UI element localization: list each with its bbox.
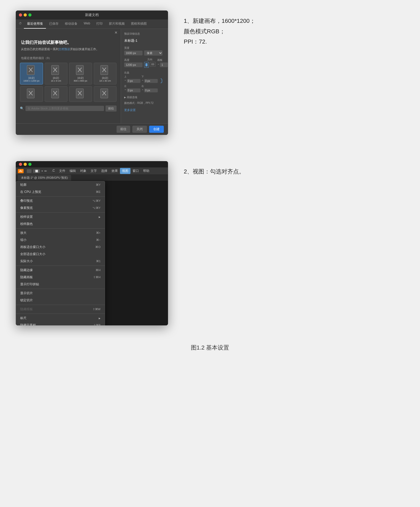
menu-fit-artboard[interactable]: 画板适合窗口大小 ⌘O (16, 244, 105, 251)
menu-type[interactable]: 文字 (88, 168, 99, 174)
menu-proof-setup[interactable]: 校样设置 (16, 213, 105, 220)
window-controls (19, 13, 32, 17)
bleed-left-input[interactable] (127, 88, 140, 92)
dialog-left-panel: ✕ 让我们开始尝试新事物吧。 从您自己的文档设置或一系列文档预设开始以快速开始工… (16, 29, 121, 123)
menu-zoom-in[interactable]: 放大 ⌘+ (16, 229, 105, 236)
ai-pen-icon[interactable]: ✏ (44, 169, 47, 173)
grid-item-2[interactable]: [自定] 800 x 800 px (69, 63, 92, 85)
menu-object[interactable]: 对象 (78, 168, 88, 174)
artboard-label: 画板 (157, 58, 168, 62)
bleed-right-input[interactable] (144, 88, 158, 92)
menu-outline[interactable]: 轮廓 ⌘Y (16, 181, 105, 188)
menu-file-2[interactable]: 文件 (57, 168, 67, 174)
menu-cpu-preview[interactable]: 在 CPU 上预览 ⌘E (16, 188, 105, 196)
bleed-top-group: 上 ⌃ (124, 75, 140, 83)
menu-hide-bounding[interactable]: 隐藏定界框 ⇧⌘B (16, 322, 105, 325)
menu-rulers[interactable]: 标尺 (16, 315, 105, 322)
bleed-top-label: 上 (124, 75, 140, 78)
bleed-bottom-label: 下 (141, 75, 158, 78)
menu-view[interactable]: 视图 (120, 168, 130, 174)
bleed-top-stepper[interactable]: ⌃ (124, 80, 126, 82)
document-tab[interactable]: 未标题-1* @ 150% (RGB/GPU 预览) (18, 175, 71, 181)
tab-web[interactable]: Web (81, 19, 93, 29)
welcome-text: 从您自己的文档设置或一系列文档预设开始以快速开始工作。 (21, 47, 116, 51)
tab-recent[interactable]: 最近使用项 (24, 19, 46, 29)
close-dot[interactable] (19, 13, 22, 17)
bleed-label: 出血 (124, 71, 165, 75)
tab-art[interactable]: 图框和插图 (128, 19, 150, 29)
more-settings-link[interactable]: 更多设置 (124, 108, 165, 112)
menu-pixel-preview[interactable]: 像素预览 ⌥⌘Y (16, 204, 105, 212)
search-input[interactable] (25, 106, 104, 111)
menu-lock-slices[interactable]: 锁定切片 (16, 297, 105, 304)
height-input[interactable] (124, 62, 143, 67)
menu-show-print-tiling[interactable]: 显示打印拼贴 (16, 281, 105, 288)
bleed-left-stepper[interactable]: ⌃ (124, 89, 126, 92)
ai-toolbar-icon-2[interactable]: ⬜ (33, 169, 40, 173)
back-btn[interactable]: 前往 (117, 126, 130, 133)
grid-item-0[interactable]: [自定] 1600 x 1200 px (20, 63, 43, 85)
menu-effect[interactable]: 效果 (109, 168, 120, 174)
view-dropdown-menu: 轮廓 ⌘Y 在 CPU 上预览 ⌘E 叠印预览 ⌥⌘Y 像素预览 ⌥⌘Y (16, 181, 105, 325)
menu-zoom-out[interactable]: 缩小 ⌘− (16, 236, 105, 244)
menu-overprint[interactable]: 叠印预览 ⌥⌘Y (16, 197, 105, 204)
create-button[interactable]: 创建 (149, 126, 164, 133)
grid-item-4[interactable] (20, 86, 43, 102)
bleed-link-icon[interactable] (159, 75, 162, 83)
bleed-top-input[interactable] (127, 79, 140, 83)
grid-item-7[interactable] (94, 86, 117, 102)
menu-hide-artboard[interactable]: 隐藏画板 ⇧⌘H (16, 274, 105, 281)
minimize-dot[interactable] (24, 13, 27, 17)
file-icon-7 (100, 88, 110, 99)
unit-select[interactable]: 像素 (144, 50, 162, 56)
direction-label: 方向 (144, 58, 156, 61)
landscape-button[interactable] (150, 62, 156, 67)
height-direction-group: 高度 方向 (124, 58, 165, 68)
artboard-decrement[interactable]: ⌃ (157, 64, 159, 66)
advanced-options-toggle[interactable]: ▶ 高级选项 (124, 96, 165, 99)
grid-item-3[interactable]: [自定] 18 x 30 cm (94, 63, 117, 85)
grid-item-label-0: [自定] 1600 x 1200 px (23, 77, 40, 83)
tab-saved[interactable]: 已保存 (46, 19, 62, 29)
menu-select[interactable]: 选择 (99, 168, 109, 174)
menu-show-slices[interactable]: 显示切片 (16, 290, 105, 297)
bleed-right-stepper[interactable]: ⌃ (141, 89, 144, 92)
ai-toolbar-arrow[interactable]: ▾ (41, 170, 43, 172)
back-button[interactable]: 前往 (106, 105, 117, 112)
menu-help[interactable]: 帮助 (141, 168, 151, 174)
tab-mobile[interactable]: 移动设备 (62, 19, 81, 29)
menu-hide-edges[interactable]: 隐藏边缘 ⌘H (16, 267, 105, 274)
file-icon-5 (51, 88, 61, 99)
grid-item-6[interactable] (69, 86, 92, 102)
tab-clock-icon: ⏱ (16, 19, 24, 29)
menu-actual-size[interactable]: 实际大小 ⌘1 (16, 258, 105, 265)
tab-print[interactable]: 打印 (93, 19, 106, 29)
bleed-bottom-input[interactable] (144, 79, 158, 83)
width-input[interactable] (124, 51, 143, 55)
ai-toolbar-icon-1[interactable] (27, 169, 32, 173)
svg-rect-24 (145, 63, 148, 66)
sep-6 (16, 305, 105, 305)
menu-edit[interactable]: 编辑 (67, 168, 78, 174)
portrait-button[interactable] (144, 62, 149, 68)
bleed-bottom-group: 下 ⌃ (141, 75, 158, 83)
tab-film[interactable]: 胶片和视频 (106, 19, 128, 29)
ai-minimize-dot[interactable] (24, 163, 27, 166)
panel-close-icon[interactable]: ✕ (114, 30, 118, 35)
artboard-input[interactable] (160, 62, 168, 67)
dialog-tabs: ⏱ 最近使用项 已保存 移动设备 Web 打印 胶片和视频 图框和插图 (16, 19, 168, 29)
menu-file[interactable]: .C (50, 168, 57, 174)
close-button[interactable]: 关闭 (132, 126, 147, 133)
doc-presets-link[interactable]: 文档预设 (59, 47, 70, 51)
menu-fit-all[interactable]: 全部适合窗口大小 (16, 251, 105, 258)
top-section: 新建文档 ⏱ 最近使用项 已保存 移动设备 Web 打印 胶片和视频 图框和插图… (0, 0, 420, 143)
ai-close-dot[interactable] (19, 163, 22, 166)
maximize-dot[interactable] (28, 13, 32, 17)
ai-menu-bar: .C 文件 编辑 对象 文字 选择 效果 视图 窗口 帮助 (50, 168, 166, 174)
menu-proof-colors[interactable]: 校样颜色 (16, 220, 105, 228)
ai-maximize-dot[interactable] (28, 163, 32, 166)
menu-window[interactable]: 窗口 (130, 168, 141, 174)
grid-item-1[interactable]: [自定] 16 x 9 cm (45, 63, 68, 85)
grid-item-5[interactable] (45, 86, 68, 102)
bleed-bottom-stepper[interactable]: ⌃ (141, 80, 144, 82)
